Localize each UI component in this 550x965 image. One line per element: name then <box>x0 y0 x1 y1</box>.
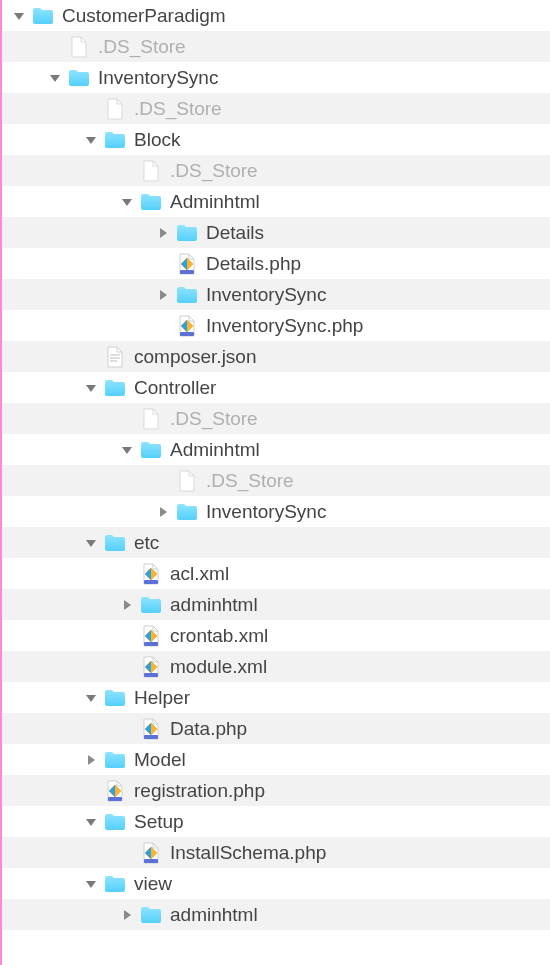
folder-icon <box>140 439 162 461</box>
chevron-down-icon[interactable] <box>84 536 98 550</box>
blank-file-icon <box>68 36 90 58</box>
chevron-down-icon[interactable] <box>48 71 62 85</box>
tree-item-label: Helper <box>134 687 190 709</box>
folder-adminhtml[interactable]: Adminhtml <box>2 186 550 217</box>
tree-item-label: Details.php <box>206 253 301 275</box>
tree-item-label: adminhtml <box>170 594 258 616</box>
folder-model[interactable]: Model <box>2 744 550 775</box>
tree-item-label: registration.php <box>134 780 265 802</box>
folder-etc[interactable]: etc <box>2 527 550 558</box>
chevron-right-icon[interactable] <box>120 598 134 612</box>
folder-icon <box>104 377 126 399</box>
chevron-down-icon[interactable] <box>84 691 98 705</box>
tree-item-label: InventorySync <box>206 284 326 306</box>
code-file-icon <box>104 780 126 802</box>
chevron-down-icon[interactable] <box>84 877 98 891</box>
file-acl-xml[interactable]: acl.xml <box>2 558 550 589</box>
folder-view[interactable]: view <box>2 868 550 899</box>
chevron-right-icon[interactable] <box>120 908 134 922</box>
file-inventorysync-php[interactable]: InventorySync.php <box>2 310 550 341</box>
tree-item-label: Data.php <box>170 718 247 740</box>
folder-icon <box>104 749 126 771</box>
tree-item-label: .DS_Store <box>98 36 186 58</box>
tree-item-label: .DS_Store <box>170 408 258 430</box>
folder-icon <box>104 873 126 895</box>
chevron-right-icon[interactable] <box>84 753 98 767</box>
folder-controller[interactable]: Controller <box>2 372 550 403</box>
folder-inventorysync-block[interactable]: InventorySync <box>2 279 550 310</box>
tree-item-label: InventorySync <box>206 501 326 523</box>
tree-item-label: Block <box>134 129 180 151</box>
folder-icon <box>176 222 198 244</box>
chevron-down-icon[interactable] <box>120 443 134 457</box>
tree-item-label: Model <box>134 749 186 771</box>
tree-item-label: Adminhtml <box>170 439 260 461</box>
folder-setup[interactable]: Setup <box>2 806 550 837</box>
file-ds-store[interactable]: .DS_Store <box>2 155 550 186</box>
file-installschema-php[interactable]: InstallSchema.php <box>2 837 550 868</box>
folder-icon <box>176 501 198 523</box>
chevron-down-icon[interactable] <box>12 9 26 23</box>
chevron-down-icon[interactable] <box>84 381 98 395</box>
chevron-down-icon[interactable] <box>84 133 98 147</box>
code-file-icon <box>140 842 162 864</box>
folder-inventorysync[interactable]: InventorySync <box>2 62 550 93</box>
chevron-right-icon[interactable] <box>156 226 170 240</box>
folder-icon <box>32 5 54 27</box>
text-file-icon <box>104 346 126 368</box>
folder-adminhtml-controller[interactable]: Adminhtml <box>2 434 550 465</box>
blank-file-icon <box>104 98 126 120</box>
file-ds-store[interactable]: .DS_Store <box>2 403 550 434</box>
folder-icon <box>68 67 90 89</box>
folder-icon <box>104 687 126 709</box>
tree-item-label: etc <box>134 532 159 554</box>
file-module-xml[interactable]: module.xml <box>2 651 550 682</box>
tree-item-label: .DS_Store <box>134 98 222 120</box>
folder-block[interactable]: Block <box>2 124 550 155</box>
file-details-php[interactable]: Details.php <box>2 248 550 279</box>
file-ds-store[interactable]: .DS_Store <box>2 465 550 496</box>
folder-icon <box>140 904 162 926</box>
file-composer-json[interactable]: composer.json <box>2 341 550 372</box>
tree-item-label: .DS_Store <box>170 160 258 182</box>
file-crontab-xml[interactable]: crontab.xml <box>2 620 550 651</box>
code-file-icon <box>140 656 162 678</box>
tree-item-label: Adminhtml <box>170 191 260 213</box>
tree-item-label: acl.xml <box>170 563 229 585</box>
folder-inventorysync-controller[interactable]: InventorySync <box>2 496 550 527</box>
chevron-down-icon[interactable] <box>120 195 134 209</box>
folder-adminhtml-etc[interactable]: adminhtml <box>2 589 550 620</box>
chevron-right-icon[interactable] <box>156 288 170 302</box>
file-tree[interactable]: CustomerParadigm.DS_StoreInventorySync.D… <box>0 0 550 965</box>
folder-details[interactable]: Details <box>2 217 550 248</box>
folder-icon <box>104 532 126 554</box>
tree-item-label: CustomerParadigm <box>62 5 226 27</box>
tree-item-label: InventorySync.php <box>206 315 363 337</box>
blank-file-icon <box>140 160 162 182</box>
blank-file-icon <box>140 408 162 430</box>
file-data-php[interactable]: Data.php <box>2 713 550 744</box>
tree-item-label: view <box>134 873 172 895</box>
tree-item-label: composer.json <box>134 346 257 368</box>
file-ds-store[interactable]: .DS_Store <box>2 93 550 124</box>
tree-item-label: module.xml <box>170 656 267 678</box>
tree-item-label: InventorySync <box>98 67 218 89</box>
code-file-icon <box>176 315 198 337</box>
code-file-icon <box>140 563 162 585</box>
folder-helper[interactable]: Helper <box>2 682 550 713</box>
tree-item-label: Controller <box>134 377 216 399</box>
code-file-icon <box>140 625 162 647</box>
folder-icon <box>140 191 162 213</box>
folder-customerparadigm[interactable]: CustomerParadigm <box>2 0 550 31</box>
tree-item-label: .DS_Store <box>206 470 294 492</box>
chevron-down-icon[interactable] <box>84 815 98 829</box>
folder-icon <box>140 594 162 616</box>
folder-adminhtml-view[interactable]: adminhtml <box>2 899 550 930</box>
code-file-icon <box>140 718 162 740</box>
tree-item-label: crontab.xml <box>170 625 268 647</box>
tree-item-label: Setup <box>134 811 184 833</box>
file-registration-php[interactable]: registration.php <box>2 775 550 806</box>
file-ds-store[interactable]: .DS_Store <box>2 31 550 62</box>
code-file-icon <box>176 253 198 275</box>
chevron-right-icon[interactable] <box>156 505 170 519</box>
